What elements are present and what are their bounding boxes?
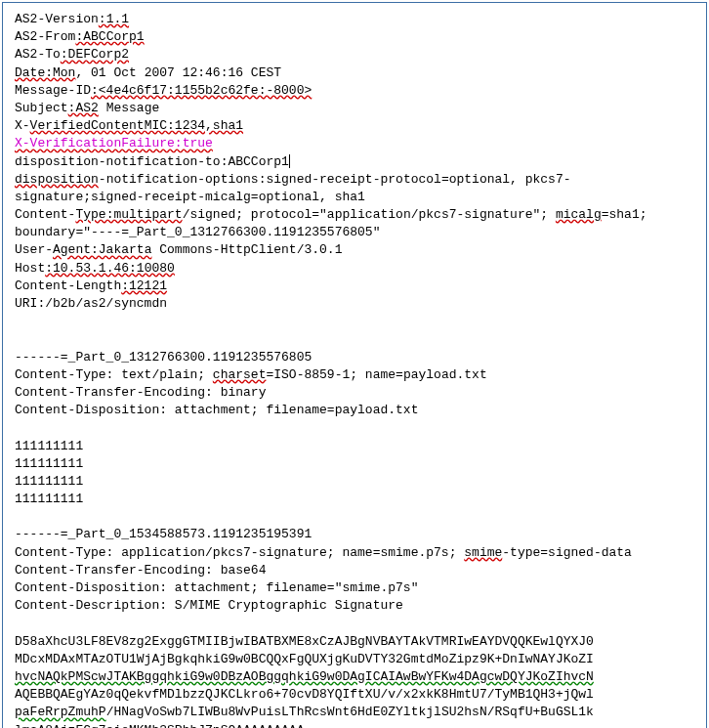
base64-line: D58aXhcU3LF8EV8zg2ExggGTMIIBjwIBATBXME8x… — [15, 634, 594, 649]
part1-content-disposition: Content-Disposition: attachment; filenam… — [15, 403, 418, 417]
payload-line: 111111111 — [15, 492, 83, 506]
hdr-disposition-notification-options: disposition-notification-options:signed-… — [15, 172, 571, 204]
part2-content-type: Content-Type: application/pkcs7-signatur… — [15, 545, 632, 560]
hdr-uri: URI:/b2b/as2/syncmdn — [15, 296, 167, 311]
payload-line: 111111111 — [15, 439, 83, 453]
hdr-subject: Subject:AS2 Message — [15, 101, 159, 115]
hdr-disposition-notification-to: disposition-notification-to:ABCCorp1 — [15, 154, 290, 169]
payload-line: 111111111 — [15, 474, 83, 489]
hdr-content-type: Content-Type:multipart/signed; protocol=… — [15, 207, 654, 239]
hdr-message-id: Message-ID:<4e4c6f17:1155b2c62fe:-8000> — [15, 83, 312, 98]
hdr-x-verification-failure: X-VerificationFailure:true — [15, 136, 213, 150]
base64-line: MDcxMDAxMTAzOTU1WjAjBgkqhkiG9w0BCQQxFgQU… — [15, 652, 594, 666]
hdr-as2-version: AS2-Version:1.1 — [15, 12, 129, 26]
payload-line: 111111111 — [15, 456, 83, 471]
hdr-x-verified-content-mic: X-VerifiedContentMIC:1234,sha1 — [15, 118, 243, 133]
part1-content-type: Content-Type: text/plain; charset=ISO-88… — [15, 367, 487, 382]
as2-message-document: AS2-Version:1.1 AS2-From:ABCCorp1 AS2-To… — [2, 2, 707, 728]
text-cursor — [289, 154, 290, 168]
base64-line: lmcA8AjzEGg7eioMKMh3SRbhJZpSQAAAAAAAAA== — [15, 723, 319, 729]
base64-line: AQEBBQAEgYAz0qQekvfMDlbzzQJKCLkro6+70cvD… — [15, 687, 594, 702]
hdr-as2-from: AS2-From:ABCCorp1 — [15, 29, 145, 44]
hdr-as2-to: AS2-To:DEFCorp2 — [15, 47, 129, 62]
hdr-host: Host:10.53.1.46:10080 — [15, 261, 175, 276]
mime-boundary-2: ------=_Part_0_1534588573.1191235195391 — [15, 527, 312, 541]
base64-line: hvcNAQkPMScwJTAKBggqhkiG9w0DBzAOBggqhkiG… — [15, 669, 594, 684]
hdr-content-length: Content-Length:12121 — [15, 278, 167, 293]
mime-boundary-1: ------=_Part_0_1312766300.1191235576805 — [15, 350, 312, 364]
hdr-date: Date:Mon, 01 Oct 2007 12:46:16 CEST — [15, 65, 281, 80]
part2-content-disposition: Content-Disposition: attachment; filenam… — [15, 580, 418, 595]
base64-line: paFeRrpZmuhP/HNagVoSwb7LIWBu8WvPuisLThRc… — [15, 705, 594, 719]
hdr-user-agent: User-Agent:Jakarta Commons-HttpClient/3.… — [15, 242, 342, 257]
part1-cte: Content-Transfer-Encoding: binary — [15, 385, 266, 400]
part2-cte: Content-Transfer-Encoding: base64 — [15, 563, 266, 578]
part2-content-description: Content-Description: S/MIME Cryptographi… — [15, 598, 403, 613]
